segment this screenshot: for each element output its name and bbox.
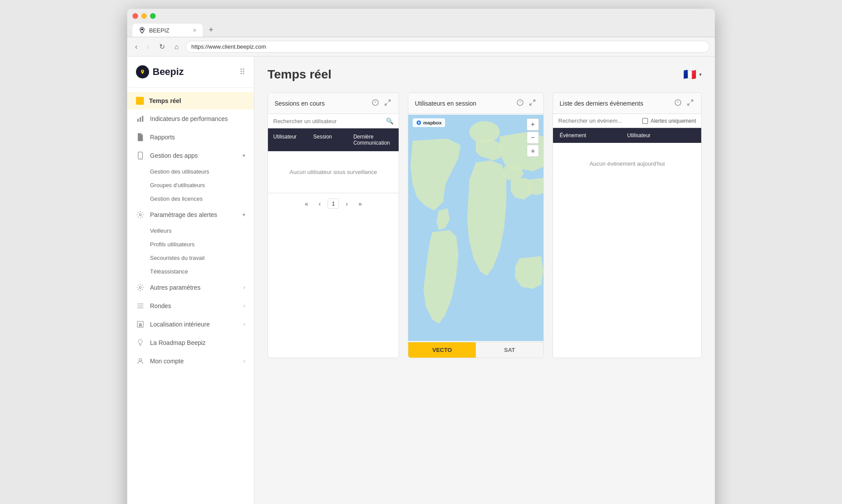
sidebar-sub-item-teleassistance[interactable]: Téléassistance: [127, 265, 254, 278]
events-info-button[interactable]: [674, 98, 682, 108]
events-expand-button[interactable]: [686, 98, 695, 108]
chevron-right-icon: ›: [243, 284, 245, 291]
chevron-down-icon: ▾: [243, 212, 245, 218]
map-info-button[interactable]: [516, 98, 524, 108]
svg-line-22: [530, 103, 532, 105]
alerts-toggle: Alertes uniquement: [642, 118, 696, 124]
sidebar-sub-item-veilleurs[interactable]: Veilleurs: [127, 224, 254, 238]
traffic-lights: [132, 13, 710, 19]
close-traffic-light[interactable]: [132, 13, 138, 19]
events-panel: Liste des derniers évènements: [553, 92, 702, 358]
logo-icon: [136, 65, 149, 78]
sidebar-sub-item-gestion-licences[interactable]: Gestion des licences: [127, 192, 254, 206]
pagination-prev-button[interactable]: ‹: [315, 199, 325, 209]
sidebar-item-rapports[interactable]: Rapports: [127, 128, 254, 146]
svg-line-21: [533, 100, 535, 102]
map-reset-button[interactable]: ⊕: [527, 145, 539, 157]
svg-line-17: [385, 103, 387, 105]
sidebar-item-label: La Roadmap Beepiz: [150, 339, 206, 346]
sidebar-item-gestion-apps[interactable]: Gestion des apps ▾: [127, 146, 254, 165]
events-search-input[interactable]: [558, 117, 639, 124]
maximize-traffic-light[interactable]: [150, 13, 156, 19]
map-expand-button[interactable]: [528, 98, 537, 108]
sessions-col-communication: Dernière Communication: [353, 133, 393, 147]
alerts-checkbox[interactable]: [642, 118, 648, 124]
map-panel: Utilisateurs en session: [408, 92, 544, 358]
france-flag-icon: 🇫🇷: [683, 68, 696, 81]
events-search-bar: Alertes uniquement: [553, 114, 701, 128]
minimize-traffic-light[interactable]: [141, 13, 147, 19]
pagination-current-page: 1: [328, 199, 339, 209]
svg-point-8: [139, 287, 142, 289]
sessions-col-utilisateur: Utilisateur: [273, 133, 313, 147]
active-tab[interactable]: BEEPIZ ×: [132, 24, 203, 37]
back-button[interactable]: ‹: [132, 42, 140, 52]
svg-line-29: [691, 100, 693, 102]
pagination-first-button[interactable]: «: [301, 199, 312, 209]
forward-button[interactable]: ›: [144, 42, 152, 52]
sidebar-item-roadmap[interactable]: La Roadmap Beepiz: [127, 334, 254, 352]
chevron-right-icon: ›: [243, 358, 245, 364]
sidebar-item-parametrage-alertes[interactable]: Paramètrage des alertes ▾: [127, 206, 254, 224]
alerts-label: Alertes uniquement: [651, 118, 696, 124]
flag-chevron-down-icon: ▾: [699, 71, 702, 78]
tab-label: BEEPIZ: [149, 27, 169, 34]
sessions-info-button[interactable]: [371, 98, 380, 108]
reload-button[interactable]: ↻: [157, 41, 168, 52]
map-zoom-in-button[interactable]: +: [527, 118, 539, 131]
sessions-table-header: Utilisateur Session Dernière Communicati…: [268, 128, 399, 151]
sidebar-sub-item-groupes-utilisateurs[interactable]: Groupes d'utilisateurs: [127, 178, 254, 192]
user-icon: [136, 357, 145, 366]
sessions-expand-button[interactable]: [383, 98, 392, 108]
svg-rect-2: [137, 119, 139, 122]
main-content: Temps réel 🇫🇷 ▾ Sessions en cours: [254, 57, 715, 504]
map-zoom-out-button[interactable]: −: [527, 131, 539, 144]
new-tab-button[interactable]: +: [204, 23, 218, 37]
sidebar-item-label: Mon compte: [150, 358, 184, 365]
svg-rect-4: [142, 116, 143, 122]
address-bar[interactable]: [186, 41, 710, 53]
map-container[interactable]: mapbox + − ⊕: [408, 114, 543, 342]
app-layout: Beepiz ⠿ Temps réel: [127, 57, 715, 504]
sidebar-sub-item-profils[interactable]: Profils utilisateurs: [127, 238, 254, 251]
sidebar-sub-item-gestion-utilisateurs[interactable]: Gestion des utilisateurs: [127, 165, 254, 178]
tab-close-button[interactable]: ×: [193, 27, 196, 34]
logo-text: Beepiz: [153, 66, 184, 78]
sessions-search-bar: 🔍: [268, 114, 399, 128]
browser-chrome: BEEPIZ × +: [127, 9, 715, 37]
sidebar-item-mon-compte[interactable]: Mon compte ›: [127, 352, 254, 370]
map-panel-title: Utilisateurs en session: [415, 100, 476, 107]
gear-alertes-icon: [136, 210, 145, 219]
mapbox-logo: mapbox: [413, 118, 445, 127]
grid-menu-icon[interactable]: ⠿: [239, 67, 245, 77]
sessions-panel: Sessions en cours: [268, 92, 399, 358]
map-vecto-button[interactable]: VECTO: [408, 342, 476, 358]
browser-tabs: BEEPIZ × +: [132, 23, 710, 37]
panels-grid: Sessions en cours: [268, 92, 702, 358]
sidebar-item-autres-parametres[interactable]: Autres paramètres ›: [127, 278, 254, 297]
sidebar-item-rondes[interactable]: Rondes ›: [127, 297, 254, 315]
sidebar-item-localisation[interactable]: Localisation intérieure ›: [127, 315, 254, 334]
svg-line-30: [688, 103, 690, 105]
sidebar-item-temps-reel[interactable]: Temps réel: [127, 92, 254, 110]
sidebar-sub-item-secouristes[interactable]: Secouristes du travail: [127, 251, 254, 265]
home-button[interactable]: ⌂: [172, 42, 182, 52]
pagination-next-button[interactable]: ›: [343, 199, 352, 209]
sidebar-item-indicateurs[interactable]: Indicateurs de performances: [127, 110, 254, 128]
tab-favicon: [139, 27, 146, 34]
sessions-search-input[interactable]: [273, 118, 382, 124]
language-selector[interactable]: 🇫🇷 ▾: [683, 68, 702, 81]
map-footer: VECTO SAT: [408, 342, 543, 358]
world-map: [408, 114, 543, 342]
page-title: Temps réel: [268, 67, 332, 82]
map-sat-button[interactable]: SAT: [476, 342, 543, 358]
pagination-last-button[interactable]: »: [355, 199, 365, 209]
sessions-col-session: Session: [313, 133, 353, 147]
sessions-pagination: « ‹ 1 › »: [268, 193, 399, 214]
map-panel-header: Utilisateurs en session: [408, 93, 543, 114]
sidebar-item-label: Rapports: [150, 134, 175, 141]
sidebar-item-label: Autres paramètres: [150, 284, 200, 291]
yellow-grid-icon: [136, 97, 144, 105]
route-icon: [136, 302, 145, 310]
svg-rect-3: [140, 117, 141, 122]
